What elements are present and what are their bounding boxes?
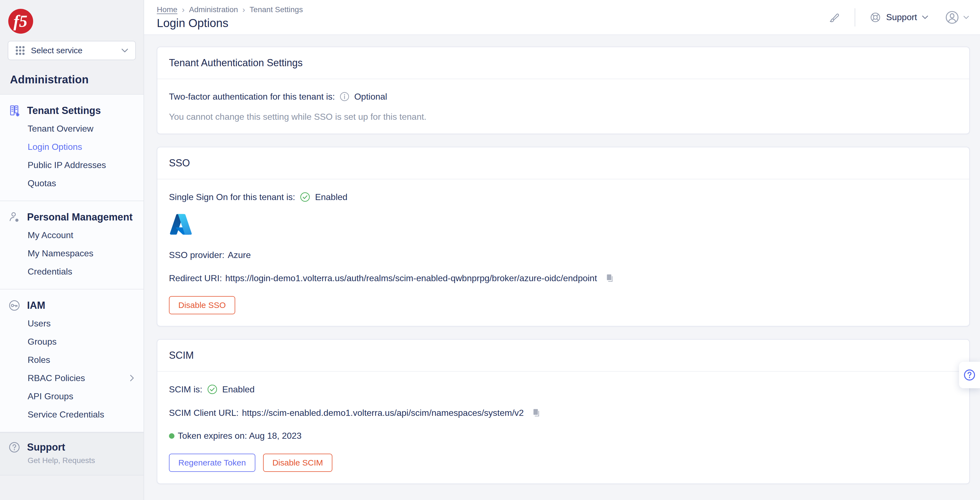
breadcrumb-home[interactable]: Home [157,5,178,14]
avatar-icon [945,10,959,25]
card-body: Two-factor authentication for this tenan… [158,79,969,133]
sidebar-item-service-credentials[interactable]: Service Credentials [0,405,143,424]
sidebar-item-credentials[interactable]: Credentials [0,262,143,281]
nav-group-personal-management: Personal Management My Account My Namesp… [0,201,143,289]
support-subtitle: Get Help, Requests [28,456,143,465]
sidebar-item-tenant-overview[interactable]: Tenant Overview [0,119,143,138]
two-factor-value: Optional [354,92,387,102]
svg-text:f5: f5 [14,12,28,30]
chevron-right-icon [130,375,134,382]
select-service-label: Select service [31,46,83,55]
disable-scim-button[interactable]: Disable SCIM [263,454,332,472]
page-title: Login Options [157,17,303,30]
sso-status-row: Single Sign On for this tenant is: Enabl… [169,192,958,203]
app-root: f5 Select service Administration [0,0,980,500]
sso-provider-label: SSO provider: [169,250,224,260]
topbar-support-label: Support [886,12,917,22]
group-header-iam[interactable]: IAM [0,297,143,314]
sidebar-support-block[interactable]: Support Get Help, Requests [0,432,143,475]
group-title: Tenant Settings [27,105,101,116]
two-factor-label: Two-factor authentication for this tenan… [169,92,335,102]
topbar-left: Home › Administration › Tenant Settings … [157,0,303,35]
question-circle-icon [963,369,976,381]
scim-client-url-row: SCIM Client URL: https://scim-enabled.de… [169,408,958,418]
check-circle-icon [299,192,310,203]
topbar-right: Support [828,0,969,35]
scim-client-url-label: SCIM Client URL: [169,408,239,418]
f5-logo-icon: f5 [8,8,34,34]
building-gear-icon [8,105,21,117]
copy-icon [531,408,541,418]
breadcrumb-tenant-settings[interactable]: Tenant Settings [250,5,303,14]
info-circle-icon[interactable] [339,91,350,102]
copy-icon [604,273,615,283]
sidebar-item-quotas[interactable]: Quotas [0,174,143,192]
copy-scim-url-button[interactable] [531,408,541,418]
sso-status-value: Enabled [315,192,347,202]
theme-brush-button[interactable] [828,11,840,24]
token-status-dot [169,433,175,439]
card-sso: SSO Single Sign On for this tenant is: E… [157,147,970,327]
topbar-support-menu[interactable]: Support [870,11,928,23]
select-service-dropdown[interactable]: Select service [8,41,136,60]
card-header: Tenant Authentication Settings [158,47,969,79]
sidebar-item-public-ip-addresses[interactable]: Public IP Addresses [0,156,143,174]
content-area: Tenant Authentication Settings Two-facto… [144,35,980,500]
redirect-uri-value: https://login-demo1.volterra.us/auth/rea… [225,273,597,283]
main-area: Home › Administration › Tenant Settings … [144,0,980,500]
sidebar-support-row[interactable]: Support [0,441,143,453]
sidebar-item-my-account[interactable]: My Account [0,226,143,244]
sidebar: f5 Select service Administration [0,0,144,500]
two-factor-note: You cannot change this setting while SSO… [169,112,958,122]
sidebar-item-login-options[interactable]: Login Options [0,138,143,156]
sidebar-item-users[interactable]: Users [0,314,143,332]
card-body: SCIM is: Enabled SCIM Client URL: https:… [158,372,969,483]
sidebar-filler [0,475,143,500]
sidebar-item-groups[interactable]: Groups [0,332,143,351]
breadcrumb-separator: › [182,5,185,14]
breadcrumb-separator: › [242,5,245,14]
regenerate-token-button[interactable]: Regenerate Token [169,454,255,472]
grid-icon [16,46,25,55]
card-header: SCIM [158,340,969,372]
copy-redirect-uri-button[interactable] [604,273,615,283]
nav-group-iam: IAM Users Groups Roles RBAC Policies API… [0,289,143,432]
card-title: Tenant Authentication Settings [169,57,302,69]
breadcrumb: Home › Administration › Tenant Settings [157,5,303,14]
check-circle-icon [207,384,218,395]
sso-redirect-row: Redirect URI: https://login-demo1.volter… [169,273,958,283]
chevron-down-icon [922,16,928,19]
scim-actions: Regenerate Token Disable SCIM [169,454,958,472]
question-circle-icon [8,441,21,453]
card-tenant-authentication-settings: Tenant Authentication Settings Two-facto… [157,47,970,134]
topbar: Home › Administration › Tenant Settings … [144,0,980,35]
brush-icon [828,11,840,24]
help-fab-button[interactable] [959,362,980,388]
f5-logo[interactable]: f5 [8,8,34,34]
sidebar-item-api-groups[interactable]: API Groups [0,387,143,405]
two-factor-status-row: Two-factor authentication for this tenan… [169,91,958,102]
chevron-down-icon [963,16,969,19]
sidebar-item-roles[interactable]: Roles [0,351,143,369]
sso-provider-row: SSO provider: Azure [169,250,958,260]
sidebar-item-my-namespaces[interactable]: My Namespaces [0,244,143,262]
sidebar-item-rbac-policies[interactable]: RBAC Policies [0,369,143,387]
key-icon [8,299,21,311]
sso-provider-value: Azure [228,250,251,260]
support-title: Support [27,441,65,453]
card-header: SSO [158,148,969,179]
token-expiry-row: Token expires on: Aug 18, 2023 [169,431,958,441]
group-header-personal-management[interactable]: Personal Management [0,208,143,226]
group-header-tenant-settings[interactable]: Tenant Settings [0,102,143,119]
card-title: SSO [169,157,190,169]
disable-sso-button[interactable]: Disable SSO [169,296,235,314]
account-menu[interactable] [945,10,969,25]
scim-status-label: SCIM is: [169,384,202,395]
sso-status-label: Single Sign On for this tenant is: [169,192,295,202]
breadcrumb-administration[interactable]: Administration [189,5,238,14]
scim-client-url-value: https://scim-enabled.demo1.volterra.us/a… [242,408,524,418]
person-gear-icon [8,211,21,223]
token-expiry-label: Token expires on: Aug 18, 2023 [178,431,301,441]
sidebar-section-title: Administration [10,73,143,86]
scim-status-row: SCIM is: Enabled [169,384,958,395]
